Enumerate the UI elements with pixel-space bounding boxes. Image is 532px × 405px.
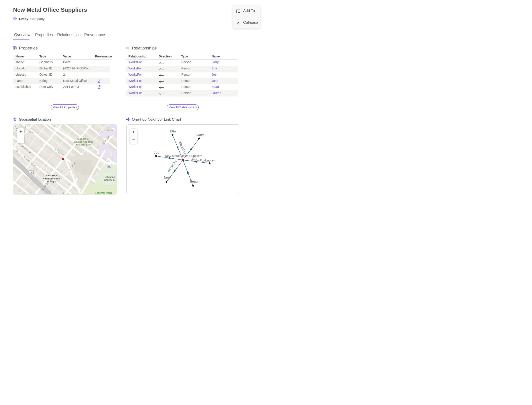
svg-text:Coliseum: Coliseum [104,179,115,181]
svg-text:Lauren: Lauren [205,158,215,162]
svg-text:& Boys: & Boys [47,180,56,183]
svg-text:New York: New York [46,174,57,177]
svg-text:Festival Park: Festival Park [95,191,112,195]
svg-text:Fashion Mens: Fashion Mens [43,177,60,180]
svg-text:Walker National: Walker National [73,140,93,143]
svg-text:N 3rd St: N 3rd St [104,129,113,132]
svg-text:Jane: Jane [163,175,171,179]
svg-text:WorksFor: WorksFor [166,160,178,173]
svg-text:Maggie L.: Maggie L. [77,137,89,140]
svg-text:Historic Site: Historic Site [76,143,90,146]
svg-text:33: 33 [108,165,111,167]
svg-text:New Metal Office Suppliers: New Metal Office Suppliers [165,154,202,158]
svg-text:Larry: Larry [196,133,204,136]
svg-text:WorksFor: WorksFor [190,157,205,162]
svg-text:WorksFor: WorksFor [178,141,187,155]
svg-text:Richmond: Richmond [104,176,115,178]
svg-text:Joe: Joe [154,151,159,154]
svg-text:Etta: Etta [170,129,176,133]
svg-text:250: 250 [29,171,33,173]
svg-text:Beau: Beau [190,179,198,183]
